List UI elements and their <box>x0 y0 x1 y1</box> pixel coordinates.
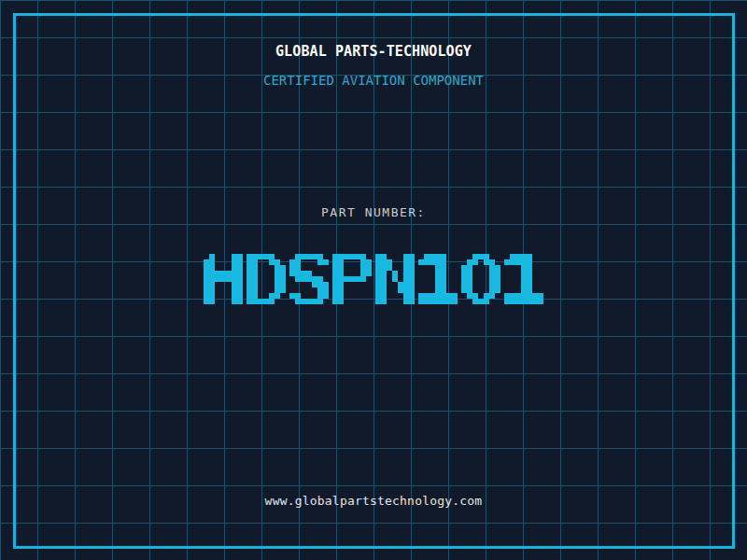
pixel-glyphs <box>204 254 209 259</box>
certificate-page: GLOBAL PARTS-TECHNOLOGY CERTIFIED AVIATI… <box>0 0 747 560</box>
certification-subtitle: CERTIFIED AVIATION COMPONENT <box>0 74 747 88</box>
company-name: GLOBAL PARTS-TECHNOLOGY <box>0 44 747 60</box>
part-number-label: PART NUMBER: <box>0 206 747 219</box>
website-url: www.globalpartstechnology.com <box>0 495 747 508</box>
part-number <box>204 254 543 304</box>
